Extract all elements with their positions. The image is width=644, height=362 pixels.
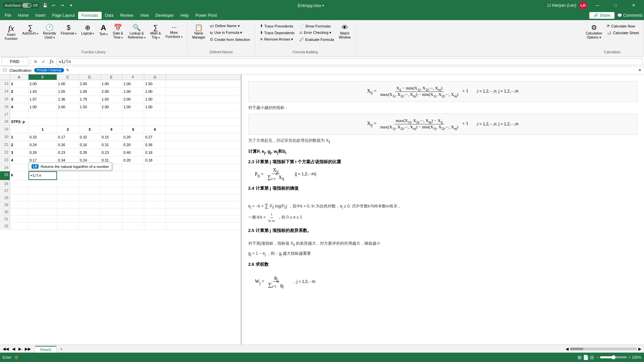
insert-function-formula-button[interactable]: fx xyxy=(48,58,55,65)
cell-g19[interactable]: 6 xyxy=(144,126,166,133)
comments-button[interactable]: 💬 Comments xyxy=(617,13,643,18)
col-header-g[interactable]: G xyxy=(144,74,166,80)
cell-g17[interactable] xyxy=(144,111,166,118)
cell-a17[interactable] xyxy=(10,111,29,118)
scroll-left-tab-button[interactable]: ◀◀ xyxy=(1,347,10,351)
text-button[interactable]: A Text ▾ xyxy=(97,23,110,38)
menu-review[interactable]: Review xyxy=(117,12,137,19)
cell-f21[interactable]: 0.20 xyxy=(122,141,144,148)
cell-b16[interactable]: 1.00 xyxy=(29,103,57,111)
cell-d16[interactable]: 1.50 xyxy=(79,103,101,111)
cell-d22[interactable]: 0.28 xyxy=(79,149,101,156)
cell-g22[interactable]: 0.18 xyxy=(144,149,166,156)
name-box[interactable] xyxy=(1,57,28,66)
cell-b14[interactable]: 1.43 xyxy=(29,88,57,95)
cell-e20[interactable]: 0.15 xyxy=(101,133,122,141)
formula-input[interactable] xyxy=(56,58,643,65)
date-time-button[interactable]: 📅 Date &Time ▾ xyxy=(111,23,125,41)
cell-g16[interactable]: 1.00 xyxy=(144,103,166,111)
cell-d20[interactable]: 0.32 xyxy=(79,133,101,141)
customize-qs-icon[interactable]: ▾ xyxy=(68,2,74,9)
sheet-scroll-left-icon[interactable]: ◀ xyxy=(566,347,569,351)
cell-c15[interactable]: 1.36 xyxy=(57,96,79,103)
trace-precedents-button[interactable]: ⬆ Trace Precedents xyxy=(258,23,297,29)
cell-b17[interactable] xyxy=(29,111,57,118)
menu-formulas[interactable]: Formulas xyxy=(78,12,102,19)
calculation-options-button[interactable]: ⚙ CalculationOptions ▾ xyxy=(584,23,604,41)
col-header-b[interactable]: B xyxy=(29,74,57,80)
share-button[interactable]: 🔗 Share xyxy=(589,12,614,19)
cell-c22[interactable]: 0.23 xyxy=(57,149,79,156)
cell-f18[interactable] xyxy=(122,118,144,125)
zoom-in-button[interactable]: + xyxy=(628,355,630,359)
cell-e15[interactable]: 1.50 xyxy=(101,96,122,103)
cell-b15[interactable]: 1.57 xyxy=(29,96,57,103)
autosave-pill[interactable] xyxy=(22,3,32,8)
watch-window-button[interactable]: 👁 WatchWindow xyxy=(337,23,353,41)
cell-a23[interactable]: 4 xyxy=(10,157,29,164)
cell-c14[interactable]: 1.55 xyxy=(57,88,79,95)
col-header-c[interactable]: C xyxy=(57,74,79,80)
create-from-selection-button[interactable]: ⊡ Create from Selection xyxy=(208,36,252,43)
add-sheet-button[interactable]: + xyxy=(57,345,65,353)
cell-g24[interactable] xyxy=(144,164,166,171)
sheet-tab-sheet1[interactable]: Sheet1 xyxy=(35,346,57,353)
layout-view-icon[interactable]: 📄 xyxy=(583,355,589,360)
menu-insert[interactable]: Insert xyxy=(32,12,49,19)
cell-b22[interactable]: 0.26 xyxy=(29,149,57,156)
cell-e17[interactable] xyxy=(101,111,122,118)
save-icon[interactable]: 💾 xyxy=(42,2,48,9)
menu-home[interactable]: Home xyxy=(14,12,32,19)
cell-e21[interactable]: 0.31 xyxy=(101,141,122,148)
col-header-d[interactable]: D xyxy=(79,74,101,80)
cell-a21[interactable]: 2 xyxy=(10,141,29,148)
ln-function-badge[interactable]: LN xyxy=(32,164,39,169)
cell-d25[interactable] xyxy=(79,171,101,180)
cell-a20[interactable]: 1 xyxy=(10,133,29,141)
cell-a24[interactable] xyxy=(10,164,29,171)
cell-d21[interactable]: 0.16 xyxy=(79,141,101,148)
cell-f20[interactable]: 0.20 xyxy=(122,133,144,141)
cell-d19[interactable]: 3 xyxy=(79,126,101,133)
math-trig-button[interactable]: ∑ Math &Trig ▾ xyxy=(148,23,163,41)
cell-a14[interactable]: 2 xyxy=(10,88,29,95)
cell-g25[interactable] xyxy=(144,171,166,180)
trace-dependents-button[interactable]: ⬇ Trace Dependents xyxy=(258,29,297,36)
cell-f23[interactable]: 0.20 xyxy=(122,157,144,164)
cell-e16[interactable]: 2.00 xyxy=(101,103,122,111)
cell-g20[interactable]: 0.27 xyxy=(144,133,166,141)
cell-c25[interactable] xyxy=(57,171,79,180)
cell-d18[interactable] xyxy=(79,118,101,125)
col-header-f[interactable]: F xyxy=(122,74,144,80)
cell-e22[interactable]: 0.23 xyxy=(101,149,122,156)
cell-f25[interactable] xyxy=(122,171,144,180)
calculate-sheet-button[interactable]: 📊 Calculate Sheet xyxy=(605,29,641,36)
cell-a15[interactable]: 3 xyxy=(10,96,29,103)
filename-dropdown-icon[interactable]: ▾ xyxy=(322,4,324,7)
cell-e25[interactable] xyxy=(101,171,122,180)
cell-b25[interactable]: =1/ln xyxy=(29,171,57,180)
maximize-button[interactable]: □ xyxy=(608,0,623,11)
cell-c21[interactable]: 0.26 xyxy=(57,141,79,148)
cell-a25[interactable]: k xyxy=(10,171,29,180)
scroll-next-tab-button[interactable]: ▶ xyxy=(17,347,23,351)
edit-classification-icon[interactable]: ✎ xyxy=(66,68,69,72)
cell-g21[interactable]: 0.36 xyxy=(144,141,166,148)
cell-b19[interactable]: 1 xyxy=(29,126,57,133)
show-formulas-button[interactable]: 📄 Show Formulas xyxy=(297,23,336,29)
cell-f24[interactable] xyxy=(122,164,144,171)
cancel-formula-button[interactable]: ✕ xyxy=(32,58,39,65)
define-name-button[interactable]: 🏷 Define Name ▾ xyxy=(208,23,252,29)
cell-e14[interactable]: 2.00 xyxy=(101,88,122,95)
logical-button[interactable]: ⊕ Logical ▾ xyxy=(79,23,96,37)
error-checking-button[interactable]: ⚠ Error Checking ▾ xyxy=(297,29,336,36)
recently-used-button[interactable]: 🕐 RecentlyUsed ▾ xyxy=(41,23,58,41)
scroll-right-tab-button[interactable]: ▶▶ xyxy=(23,347,32,351)
cell-f19[interactable]: 5 xyxy=(122,126,144,133)
sheet-scroll-right-icon[interactable]: ▶ xyxy=(638,347,641,351)
cell-c20[interactable]: 0.17 xyxy=(57,133,79,141)
cell-a16[interactable]: 4 xyxy=(10,103,29,111)
cell-c16[interactable]: 2.00 xyxy=(57,103,79,111)
cell-c13[interactable]: 1.00 xyxy=(57,80,79,87)
close-classification-button[interactable]: ✕ xyxy=(638,68,641,72)
